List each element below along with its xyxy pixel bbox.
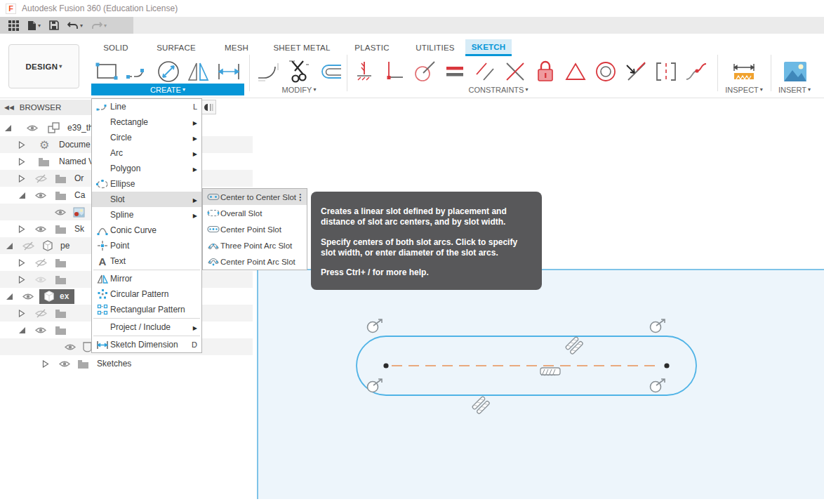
perpendicular-constraint-button[interactable]	[502, 58, 529, 86]
eye-visible-icon[interactable]	[55, 208, 66, 216]
menu-item-circle[interactable]: Circle	[92, 130, 201, 145]
tab-mesh[interactable]: MESH	[208, 39, 265, 56]
collapsed-triangle-icon[interactable]	[18, 259, 25, 267]
collapsed-triangle-icon[interactable]	[18, 276, 25, 284]
submenu-item-three-point-arc-slot[interactable]: Three Point Arc Slot	[203, 237, 307, 253]
collapsed-triangle-icon[interactable]	[18, 141, 25, 149]
menu-item-ellipse[interactable]: Ellipse	[92, 176, 201, 192]
parallel-constraint-badge[interactable]	[565, 336, 583, 354]
menu-item-point[interactable]: Point	[92, 238, 201, 253]
eye-hidden-icon[interactable]	[35, 258, 47, 267]
submenu-item-center-point-arc-slot[interactable]: Center Point Arc Slot	[203, 253, 307, 270]
expanded-triangle-icon[interactable]	[6, 242, 13, 250]
eye-visible-icon[interactable]	[22, 293, 34, 300]
menu-item-rectangular-pattern[interactable]: Rectangular Pattern	[92, 302, 201, 317]
options-kebab-icon[interactable]: ⋮	[296, 192, 306, 202]
eye-visible-icon[interactable]	[35, 192, 46, 199]
eye-visible-icon[interactable]	[35, 326, 46, 334]
menu-item-project-include[interactable]: Project / Include	[92, 319, 201, 335]
tangent-constraint-badge[interactable]	[368, 319, 383, 333]
create-group-dropdown[interactable]: CREATE ▾	[91, 84, 244, 95]
partially-occluded-panel-icon[interactable]	[201, 100, 216, 114]
tab-plastic[interactable]: PLASTIC	[339, 39, 405, 56]
file-menu-button[interactable]: ▾	[25, 18, 44, 33]
app-grid-icon[interactable]	[6, 18, 22, 33]
eye-dim-icon[interactable]	[35, 276, 46, 284]
tab-sketch[interactable]: SKETCH	[465, 39, 512, 56]
line-tool-button[interactable]	[124, 58, 152, 86]
tangent-constraint-badge[interactable]	[368, 379, 383, 392]
menu-item-text[interactable]: A Text	[92, 253, 201, 269]
eye-visible-icon[interactable]	[27, 124, 38, 132]
submenu-item-center-to-center-slot[interactable]: Center to Center Slot ⋮	[203, 189, 307, 205]
expanded-triangle-icon[interactable]	[6, 293, 13, 300]
collinear-constraint-button[interactable]	[623, 58, 649, 86]
menu-item-rectangle[interactable]: Rectangle	[92, 114, 201, 130]
collapsed-triangle-icon[interactable]	[42, 360, 49, 368]
redo-button[interactable]: ▾	[88, 18, 109, 33]
menu-item-polygon[interactable]: Polygon	[92, 161, 201, 176]
symmetry-constraint-button[interactable]	[653, 58, 679, 86]
modify-group-dropdown[interactable]: MODIFY ▾	[254, 84, 344, 95]
offset-tool-button[interactable]	[316, 58, 344, 86]
eye-hidden-icon[interactable]	[22, 241, 34, 251]
expanded-triangle-icon[interactable]	[18, 326, 26, 334]
browser-panel-header[interactable]: ◀◀ BROWSER	[0, 100, 93, 115]
coincident-constraint-button[interactable]	[351, 58, 378, 86]
circle-tool-button[interactable]	[154, 58, 182, 86]
slot-arc-center-left[interactable]	[383, 363, 388, 368]
submenu-item-center-point-slot[interactable]: Center Point Slot	[203, 221, 307, 237]
expanded-triangle-icon[interactable]	[18, 192, 26, 199]
fillet-tool-button[interactable]	[254, 58, 282, 86]
eye-visible-icon[interactable]	[59, 360, 70, 368]
menu-item-slot[interactable]: Slot	[92, 192, 201, 207]
parallel-constraint-badge[interactable]	[472, 396, 490, 414]
menu-item-spline[interactable]: Spline	[92, 207, 201, 223]
tab-solid[interactable]: SOLID	[88, 39, 144, 56]
curvature-constraint-button[interactable]	[683, 58, 710, 86]
browser-collapse-icon[interactable]: ◀◀	[4, 104, 14, 111]
tab-utilities[interactable]: UTILITIES	[405, 39, 465, 56]
tangent-constraint-badge[interactable]	[651, 379, 665, 392]
concentric-constraint-button[interactable]	[592, 58, 619, 86]
fix-unfix-constraint-button[interactable]	[532, 58, 559, 86]
collapsed-triangle-icon[interactable]	[18, 225, 25, 233]
menu-item-line[interactable]: Line L	[92, 99, 201, 114]
workspace-selector[interactable]: DESIGN ▾	[8, 44, 79, 88]
tab-sheet-metal[interactable]: SHEET METAL	[265, 39, 339, 56]
insert-image-tool-button[interactable]	[781, 58, 809, 86]
menu-item-circular-pattern[interactable]: Circular Pattern	[92, 286, 201, 302]
insert-group-dropdown[interactable]: INSERT ▾	[774, 84, 815, 95]
horizontal-vertical-constraint-button[interactable]	[381, 58, 408, 86]
midpoint-constraint-button[interactable]	[562, 58, 589, 86]
parallel-constraint-button[interactable]	[472, 58, 498, 86]
collapsed-triangle-icon[interactable]	[18, 158, 25, 166]
constraints-group-dropdown[interactable]: CONSTRAINTS ▾	[411, 84, 586, 95]
expanded-triangle-icon[interactable]	[4, 124, 12, 132]
save-button[interactable]	[46, 18, 62, 33]
collapsed-triangle-icon[interactable]	[18, 175, 25, 183]
tab-surface[interactable]: SURFACE	[144, 39, 208, 56]
menu-item-arc[interactable]: Arc	[92, 145, 201, 161]
sketch-viewport[interactable]	[257, 269, 824, 499]
menu-item-mirror[interactable]: Mirror	[92, 271, 201, 286]
equal-constraint-button[interactable]	[441, 58, 468, 86]
mirror-tool-button[interactable]	[185, 58, 213, 86]
browser-item-sketches[interactable]: Sketches	[0, 355, 253, 372]
tangent-constraint-badge[interactable]	[651, 319, 665, 333]
eye-visible-icon[interactable]	[65, 343, 76, 351]
inspect-group-dropdown[interactable]: INSPECT ▾	[723, 84, 765, 95]
midline-constraint-badge[interactable]	[540, 368, 560, 376]
measure-tool-button[interactable]	[730, 58, 758, 86]
collapsed-triangle-icon[interactable]	[18, 310, 25, 317]
eye-hidden-icon[interactable]	[35, 309, 47, 318]
eye-visible-icon[interactable]	[35, 225, 46, 233]
undo-button[interactable]: ▾	[65, 18, 86, 33]
dimension-tool-button[interactable]	[215, 58, 243, 86]
submenu-item-overall-slot[interactable]: Overall Slot	[203, 205, 307, 221]
eye-hidden-icon[interactable]	[35, 174, 47, 183]
menu-item-sketch-dimension[interactable]: Sketch Dimension D	[92, 337, 201, 352]
slot-arc-center-right[interactable]	[664, 363, 669, 368]
trim-tool-button[interactable]	[285, 58, 313, 86]
rectangle-tool-button[interactable]	[93, 58, 121, 86]
